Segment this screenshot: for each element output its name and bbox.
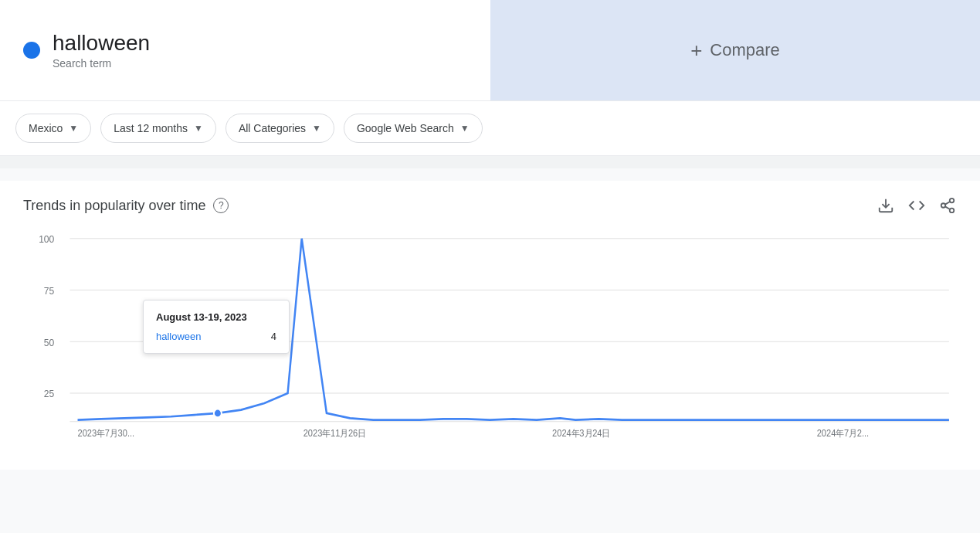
time-period-filter[interactable]: Last 12 months ▼ (100, 114, 216, 143)
svg-point-2 (941, 203, 946, 208)
svg-line-5 (945, 202, 950, 205)
svg-text:75: 75 (44, 286, 54, 297)
term-name: halloween (53, 31, 150, 56)
chart-container: 100 75 50 25 2023年7月30... 2023年11月26日 20… (23, 230, 957, 446)
chart-section: Trends in popularity over time ? (0, 181, 980, 470)
chart-header: Trends in popularity over time ? (23, 196, 957, 215)
category-label: All Categories (239, 122, 306, 134)
search-term-card: halloween Search term (0, 0, 490, 100)
chevron-down-icon: ▼ (460, 123, 470, 134)
embed-icon[interactable] (907, 196, 926, 215)
svg-line-4 (945, 206, 950, 209)
trend-chart: 100 75 50 25 2023年7月30... 2023年11月26日 20… (23, 230, 957, 446)
time-period-label: Last 12 months (114, 122, 188, 134)
chart-title: Trends in popularity over time (23, 198, 205, 214)
separator (0, 156, 980, 168)
term-label: Search term (53, 57, 150, 70)
svg-text:50: 50 (44, 337, 54, 348)
chevron-down-icon: ▼ (69, 123, 78, 134)
help-icon[interactable]: ? (213, 198, 229, 213)
compare-button[interactable]: + Compare (690, 39, 780, 63)
svg-point-3 (950, 209, 955, 213)
country-filter[interactable]: Mexico ▼ (15, 114, 91, 143)
search-term-text: halloween Search term (53, 31, 150, 70)
filter-bar: Mexico ▼ Last 12 months ▼ All Categories… (0, 100, 980, 156)
plus-icon: + (690, 39, 702, 63)
chart-title-group: Trends in popularity over time ? (23, 198, 229, 214)
search-type-label: Google Web Search (357, 122, 454, 134)
compare-label: Compare (710, 40, 779, 60)
search-type-filter[interactable]: Google Web Search ▼ (344, 114, 483, 143)
chevron-down-icon: ▼ (194, 123, 203, 134)
share-icon[interactable] (938, 196, 957, 215)
svg-text:2023年11月26日: 2023年11月26日 (303, 429, 366, 438)
chevron-down-icon: ▼ (312, 123, 321, 134)
compare-card[interactable]: + Compare (490, 0, 980, 100)
term-indicator-dot (23, 42, 40, 59)
svg-text:25: 25 (44, 389, 54, 399)
svg-text:2023年7月30...: 2023年7月30... (78, 429, 135, 438)
country-label: Mexico (29, 122, 63, 134)
category-filter[interactable]: All Categories ▼ (226, 114, 334, 143)
download-icon[interactable] (877, 196, 895, 215)
svg-point-19 (214, 409, 222, 418)
svg-text:2024年3月24日: 2024年3月24日 (552, 429, 610, 438)
svg-text:100: 100 (39, 234, 54, 245)
chart-actions (877, 196, 957, 215)
svg-point-1 (950, 199, 955, 203)
svg-text:2024年7月2...: 2024年7月2... (817, 429, 869, 438)
